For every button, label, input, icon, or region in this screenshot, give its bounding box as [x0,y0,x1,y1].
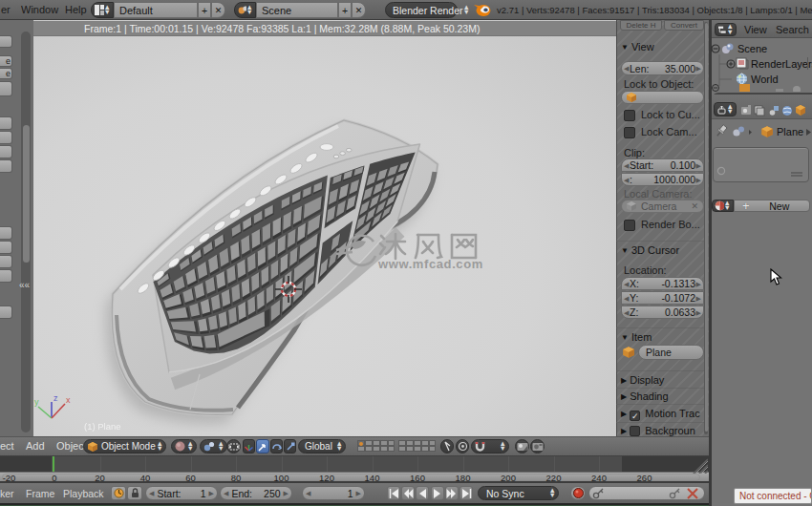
svg-text:y: y [34,397,39,407]
svg-text:z: z [53,393,58,403]
svg-text:x: x [66,395,71,405]
svg-text:www.mfcad.com: www.mfcad.com [377,257,483,271]
svg-text:(1) Plane: (1) Plane [84,421,121,432]
